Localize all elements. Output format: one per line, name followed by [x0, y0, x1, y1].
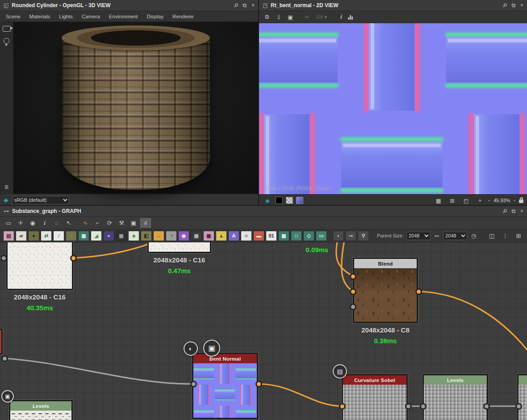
scene-tree-icon[interactable]: ≣	[4, 184, 8, 190]
dot-connector-icon[interactable]: ⊸	[345, 231, 356, 241]
connector-dot[interactable]	[255, 381, 262, 387]
viewport-2d[interactable]: 2048 x 2048 (RGBA, 16bpc)	[259, 23, 527, 194]
fit-view-icon[interactable]: ◰	[461, 196, 471, 205]
pin-icon[interactable]: ⚲	[232, 2, 239, 9]
float-icon[interactable]: ⧉	[511, 208, 515, 214]
rotate-link-icon[interactable]: ⟳	[104, 218, 115, 228]
grid-snap-icon[interactable]: #	[140, 218, 151, 228]
font-icon[interactable]: ≡	[241, 231, 252, 241]
connector-dot[interactable]	[350, 273, 356, 280]
menu-materials[interactable]: Materials	[25, 13, 54, 20]
dither-icon[interactable]: ▩	[191, 231, 202, 241]
connector-dot[interactable]	[405, 403, 412, 410]
graph-wire[interactable]	[4, 358, 193, 384]
parent-height-select[interactable]: 2048	[443, 232, 467, 240]
menu-scene[interactable]: Scene	[2, 13, 25, 20]
splatter-icon[interactable]: ∷	[291, 231, 302, 241]
titlebar-graph[interactable]: ⊶ Substance_graph - GRAPH ⚲ ⧉ ×	[0, 206, 527, 217]
text-icon[interactable]: A	[228, 231, 239, 241]
zoom-value[interactable]: 45.93%	[494, 198, 510, 203]
pin-node-icon[interactable]: ⚲	[358, 231, 369, 241]
frame-region-icon[interactable]: ▭	[316, 231, 327, 241]
connector-dot[interactable]	[420, 403, 427, 410]
shape-warning-icon[interactable]: ▲	[216, 231, 227, 241]
display-options-icon[interactable]: ▣	[128, 218, 139, 228]
snap-toggle-icon[interactable]: ⊞	[448, 196, 457, 205]
lock-icon[interactable]	[519, 200, 523, 203]
menu-renderer[interactable]: Renderer	[168, 13, 198, 20]
channel-shuffle-icon[interactable]: ⇄	[41, 231, 52, 241]
elbow-link-icon[interactable]: ⌐	[92, 218, 103, 228]
connector-dot[interactable]	[483, 403, 490, 410]
zoom-select-icon[interactable]: ◌	[51, 218, 62, 228]
edge-node-left[interactable]	[0, 329, 3, 354]
copy-image-icon[interactable]: ▣	[285, 12, 295, 21]
connector-dot[interactable]	[1, 355, 8, 362]
menu-lights[interactable]: Lights	[55, 13, 77, 20]
info-icon[interactable]: i	[336, 12, 346, 21]
tools-icon[interactable]: ⚒	[116, 218, 127, 228]
3d-view-badge[interactable]: ▣	[203, 340, 220, 357]
preview-badge[interactable]: ▤	[333, 364, 347, 378]
gradient-map-icon[interactable]: ●	[103, 231, 114, 241]
pixel-processor-icon[interactable]: ▦	[116, 231, 127, 241]
connector-dot[interactable]	[350, 288, 356, 295]
connector-dot[interactable]	[0, 255, 7, 262]
pattern-icon[interactable]: ▦	[203, 231, 214, 241]
levels-node[interactable]: Levels	[422, 374, 488, 420]
color-filter-icon[interactable]: ◉	[178, 231, 189, 241]
levels-node-2[interactable]: Levels	[9, 400, 73, 420]
bitmap-icon[interactable]: ▨	[3, 231, 14, 241]
comment-icon[interactable]: ◗	[333, 231, 344, 241]
distance-icon[interactable]: ◔	[166, 231, 177, 241]
edge-node-right[interactable]	[517, 374, 527, 420]
snapshot-icon[interactable]: ◉	[27, 218, 38, 228]
float-icon[interactable]: ⧉	[511, 2, 515, 8]
camera-icon[interactable]	[3, 26, 11, 32]
bent-normal-node[interactable]: Bent Normal	[192, 353, 258, 419]
connector-dot[interactable]	[415, 288, 422, 295]
grunge-node-2[interactable]	[147, 242, 211, 253]
pin-icon[interactable]: ⚲	[501, 2, 508, 9]
background-black-swatch[interactable]	[276, 197, 283, 204]
titlebar-2d[interactable]: ◳ Rt_bent_normal - 2D VIEW ⚲ ⧉ ×	[259, 0, 527, 11]
create-link-icon[interactable]: ∿	[80, 218, 91, 228]
node-info-icon[interactable]: i	[39, 218, 50, 228]
close-icon[interactable]: ×	[251, 2, 255, 8]
clock-icon[interactable]: ◷	[470, 231, 478, 241]
pan-view-icon[interactable]: ＋	[475, 196, 485, 205]
material-stack-icon[interactable]: ◈	[4, 197, 8, 203]
image-preview-swatch[interactable]	[296, 197, 303, 204]
slope-blur-icon[interactable]: ◢	[91, 231, 102, 241]
uniform-color-icon[interactable]: ●	[28, 231, 39, 241]
timings-toggle-icon[interactable]: ◫	[486, 231, 497, 241]
focus-icon[interactable]: ↖	[63, 218, 74, 228]
grid-toggle-icon[interactable]: ▦	[434, 196, 443, 205]
float-icon[interactable]: ⧉	[243, 2, 247, 8]
2d-view-badge[interactable]: ◐	[184, 341, 198, 356]
uv-mode-dropdown[interactable]: UV ▾	[314, 12, 330, 21]
graph-wire[interactable]	[342, 242, 353, 291]
curvature-sobel-node[interactable]: Curvature Sobel	[342, 374, 408, 420]
background-checker-swatch[interactable]	[286, 197, 293, 204]
thumbnail-size-icon[interactable]: ⋮	[500, 231, 510, 241]
viewport-3d[interactable]	[13, 22, 258, 194]
connector-dot[interactable]	[515, 403, 522, 410]
curve-icon[interactable]: ∕	[53, 231, 64, 241]
connector-dot[interactable]	[190, 381, 197, 387]
connector-dot[interactable]	[70, 255, 77, 262]
connector-dot[interactable]	[350, 304, 356, 310]
light-icon[interactable]	[4, 38, 9, 44]
material-stack-icon[interactable]: ◈	[263, 196, 272, 205]
menu-camera[interactable]: Camera	[78, 13, 104, 20]
histogram-icon[interactable]	[348, 15, 358, 20]
fx-map-icon[interactable]: ♣	[128, 231, 139, 241]
frame-all-icon[interactable]: ▭	[3, 218, 14, 228]
menu-display[interactable]: Display	[142, 13, 167, 20]
close-icon[interactable]: ×	[520, 2, 523, 8]
close-icon[interactable]: ×	[520, 208, 523, 214]
link-mode-icon[interactable]: ∞	[302, 12, 312, 21]
hsl-icon[interactable]: ◧	[141, 231, 152, 241]
graph-wire[interactable]	[259, 384, 342, 406]
pin-icon[interactable]: ⚲	[501, 208, 508, 215]
